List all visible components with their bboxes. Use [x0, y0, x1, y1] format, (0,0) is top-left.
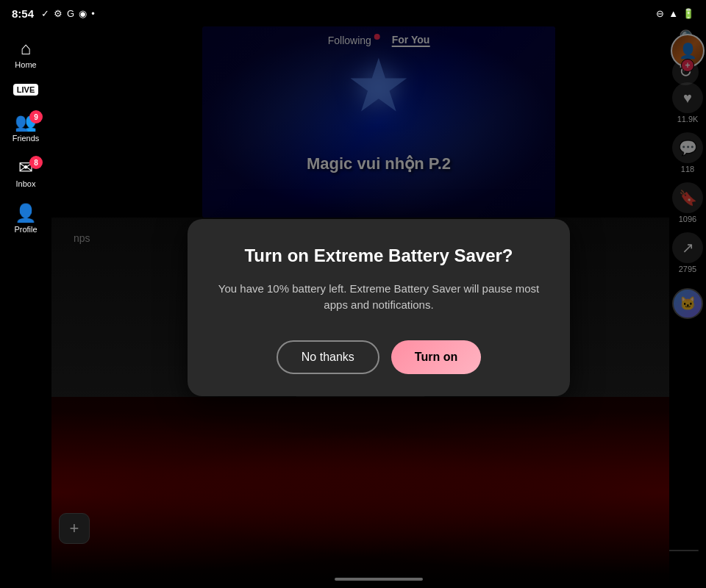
sidebar-home-label: Home: [15, 60, 36, 69]
status-time: 8:54: [12, 7, 34, 20]
settings-icon: ⚙: [54, 8, 63, 19]
home-icon: ⌂: [21, 38, 32, 59]
battery-saver-dialog: Turn on Extreme Battery Saver? You have …: [188, 219, 570, 396]
sidebar-profile-label: Profile: [14, 225, 37, 234]
inbox-badge: 8: [29, 156, 43, 169]
dialog-message: You have 10% battery left. Extreme Batte…: [217, 281, 541, 314]
sidebar-inbox-label: Inbox: [16, 179, 36, 188]
no-thanks-button[interactable]: No thanks: [277, 340, 379, 374]
sidebar-item-inbox[interactable]: 8 ✉ Inbox: [0, 153, 51, 193]
dialog-overlay: Turn on Extreme Battery Saver? You have …: [51, 26, 706, 588]
turn-on-button[interactable]: Turn on: [391, 340, 481, 374]
dialog-title: Turn on Extreme Battery Saver?: [217, 245, 541, 266]
battery-icon: 🔋: [682, 8, 694, 19]
profile-icon: 👤: [15, 203, 37, 223]
dialog-buttons: No thanks Turn on: [217, 340, 541, 374]
sidebar-friends-label: Friends: [13, 134, 40, 143]
main-content: 🔍 ↻ Following For You Magic vui nhộn P.2…: [51, 26, 706, 588]
wifi-icon: ▲: [668, 8, 678, 19]
status-icons: ✓ ⚙ G ◉ •: [41, 8, 95, 19]
live-icon: LIVE: [13, 84, 38, 96]
do-not-disturb-icon: ⊖: [656, 8, 664, 19]
google-icon: G: [67, 8, 74, 19]
status-right-icons: ⊖ ▲ 🔋: [656, 8, 694, 19]
sidebar-item-live[interactable]: LIVE: [0, 79, 51, 101]
dot-icon: •: [91, 8, 95, 19]
friends-badge: 9: [29, 110, 43, 123]
sidebar-item-profile[interactable]: 👤 Profile: [0, 198, 51, 238]
sidebar-item-friends[interactable]: 9 👥 Friends: [0, 107, 51, 147]
check-icon: ✓: [41, 8, 49, 19]
circle-icon: ◉: [79, 8, 87, 19]
status-bar: 8:54 ✓ ⚙ G ◉ • ⊖ ▲ 🔋: [0, 0, 706, 26]
sidebar: ⌂ Home LIVE 9 👥 Friends 8 ✉ Inbox 👤 Prof…: [0, 26, 51, 588]
sidebar-item-home[interactable]: ⌂ Home: [0, 34, 51, 74]
